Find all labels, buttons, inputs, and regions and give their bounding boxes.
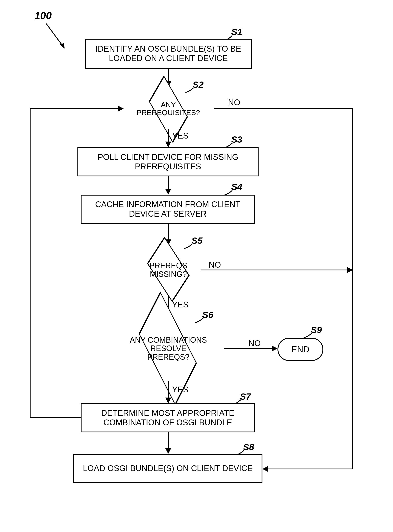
- step-label-s4: S4: [231, 182, 242, 192]
- edge-s2-yes: YES: [172, 131, 188, 140]
- svg-marker-25: [347, 267, 353, 273]
- step-label-s8: S8: [243, 442, 254, 452]
- step-s1-text: IDENTIFY AN OSGI BUNDLE(S) TO BE LOADED …: [90, 44, 246, 63]
- step-label-s1: S1: [231, 27, 242, 37]
- figure-number-label: 100: [34, 10, 52, 21]
- edge-s5-yes: YES: [172, 300, 188, 309]
- step-label-s3: S3: [231, 134, 242, 145]
- step-s1-box: IDENTIFY AN OSGI BUNDLE(S) TO BE LOADED …: [85, 39, 252, 69]
- step-s7-box: DETERMINE MOST APPROPRIATE COMBINATION O…: [81, 403, 255, 432]
- svg-marker-27: [262, 466, 268, 472]
- step-s4-text: CACHE INFORMATION FROM CLIENT DEVICE AT …: [86, 200, 250, 219]
- svg-marker-5: [165, 142, 171, 147]
- step-s3-text: POLL CLIENT DEVICE FOR MISSING PREREQUIS…: [83, 153, 253, 171]
- step-s5-text: PREREQS MISSING?: [138, 261, 199, 278]
- step-s8-box: LOAD OSGI BUNDLE(S) ON CLIENT DEVICE: [73, 454, 262, 483]
- step-s6-text: ANY COMBINATIONS RESOLVE PREREQS?: [129, 336, 208, 361]
- edge-s5-no: NO: [209, 260, 221, 270]
- step-label-s7: S7: [240, 392, 251, 402]
- step-label-s9: S9: [311, 325, 322, 335]
- step-s9-terminator: END: [277, 338, 323, 361]
- edge-s6-no: NO: [248, 339, 261, 348]
- step-s2-diamond: ANY PREREQUISITES?: [138, 88, 199, 129]
- svg-marker-7: [165, 189, 171, 195]
- svg-marker-21: [118, 106, 124, 112]
- svg-marker-17: [165, 448, 171, 454]
- svg-marker-13: [272, 345, 277, 351]
- step-s9-text: END: [291, 345, 309, 354]
- step-s4-box: CACHE INFORMATION FROM CLIENT DEVICE AT …: [81, 195, 255, 224]
- step-s8-text: LOAD OSGI BUNDLE(S) ON CLIENT DEVICE: [83, 464, 253, 473]
- step-s6-diamond: ANY COMBINATIONS RESOLVE PREREQS?: [114, 316, 223, 381]
- edge-s2-no: NO: [228, 98, 240, 107]
- svg-line-0: [46, 24, 64, 48]
- flowchart-canvas: 100 S1 IDENTIFY AN OSGI BUNDLE(S) TO BE …: [0, 0, 393, 532]
- step-s2-text: ANY PREREQUISITES?: [137, 101, 200, 117]
- edge-s6-yes: YES: [172, 385, 188, 394]
- step-s7-text: DETERMINE MOST APPROPRIATE COMBINATION O…: [86, 409, 250, 427]
- svg-marker-1: [60, 43, 64, 48]
- step-s3-box: POLL CLIENT DEVICE FOR MISSING PREREQUIS…: [78, 147, 259, 176]
- step-label-s5: S5: [192, 236, 202, 246]
- svg-marker-15: [165, 398, 171, 403]
- step-s5-diamond: PREREQS MISSING?: [136, 245, 201, 295]
